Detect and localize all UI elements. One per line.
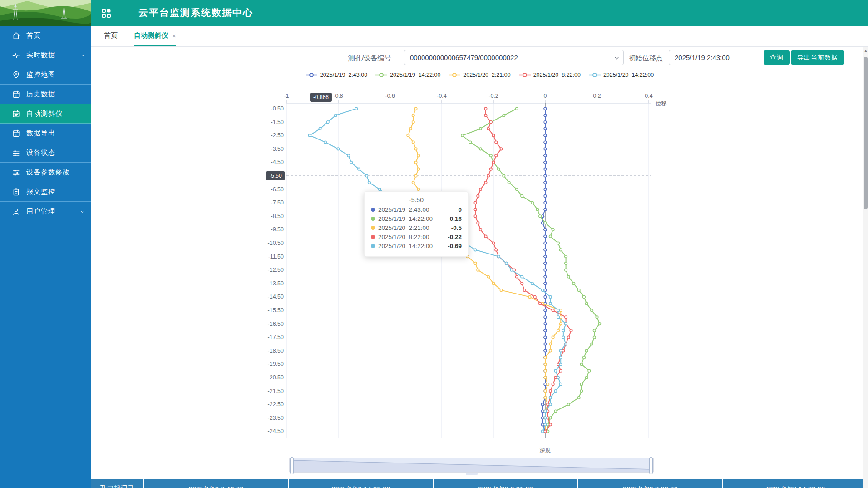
app-header: 云平台监测系统数据中心: [0, 0, 868, 26]
tooltip-series-value: -0.5: [451, 224, 462, 231]
tooltip-series-name: 2025/1/20_2:21:00: [378, 224, 429, 231]
sidebar-logo-image: [0, 0, 91, 26]
calendar-icon: [12, 129, 20, 138]
sidebar-item-label: 用户管理: [26, 207, 55, 216]
svg-text:0: 0: [544, 93, 547, 99]
series-dot-icon: [371, 208, 375, 212]
sidebar-item-message-monitor[interactable]: 报文监控: [0, 182, 91, 202]
svg-text:深度: 深度: [540, 447, 551, 453]
datazoom-data-shadow: [290, 458, 653, 472]
tooltip-series-name: 2025/1/20_14:22:00: [378, 243, 433, 249]
sidebar-item-label: 报文监控: [26, 188, 55, 196]
svg-text:-10.50: -10.50: [268, 240, 284, 246]
sidebar-item-monitor-map[interactable]: 监控地图: [0, 65, 91, 85]
svg-text:-0.50: -0.50: [271, 105, 284, 112]
chevron-down-icon: [80, 53, 85, 58]
sidebar-item-label: 设备参数修改: [26, 168, 70, 177]
map-pin-icon: [12, 70, 20, 79]
tooltip-series-name: 2025/1/19_14:22:00: [378, 215, 433, 222]
sidebar-item-realtime-data[interactable]: 实时数据: [0, 45, 91, 65]
svg-text:-22.50: -22.50: [268, 401, 284, 408]
inclinometer-chart[interactable]: -1-0.8-0.6-0.4-0.200.20.4位移-0.50-1.50-2.…: [91, 26, 868, 458]
svg-text:-4.50: -4.50: [271, 159, 284, 165]
tooltip-row: 2025/1/19_14:22:00-0.16: [371, 215, 462, 222]
tooltip-series-value: -0.16: [448, 215, 462, 222]
tooltip-row: 2025/1/20_14:22:00-0.69: [371, 243, 462, 249]
svg-text:-11.50: -11.50: [268, 254, 284, 260]
sidebar-item-device-status[interactable]: 设备状态: [0, 143, 91, 163]
datazoom-left-handle[interactable]: [290, 457, 294, 474]
table-header-datetime: 2025/1/20 14:22:00: [723, 479, 868, 488]
svg-text:-6.50: -6.50: [271, 186, 284, 193]
svg-text:-14.50: -14.50: [268, 294, 284, 300]
sidebar-item-auto-inclinometer[interactable]: 自动测斜仪: [0, 104, 91, 124]
svg-text:-18.50: -18.50: [268, 348, 284, 354]
tooltip-series-value: -0.22: [448, 234, 462, 240]
sidebar-item-label: 自动测斜仪: [26, 110, 63, 118]
svg-text:-0.8: -0.8: [333, 93, 343, 99]
svg-text:-1: -1: [284, 93, 289, 99]
chevron-down-icon: [80, 209, 85, 214]
tooltip-series-value: -0.69: [448, 243, 462, 249]
sliders-icon: [12, 149, 20, 157]
svg-text:-3.50: -3.50: [271, 146, 284, 152]
sidebar-item-device-params[interactable]: 设备参数修改: [0, 163, 91, 182]
datazoom-grip[interactable]: [466, 473, 478, 475]
app-window: 云平台监测系统数据中心 首页实时数据监控地图历史数据自动测斜仪数据导出设备状态设…: [0, 0, 868, 488]
svg-text:-13.50: -13.50: [268, 280, 284, 287]
svg-text:0.2: 0.2: [593, 93, 601, 99]
svg-text:-0.6: -0.6: [385, 93, 395, 99]
axis-pointer-y-label: -5.50: [266, 171, 285, 180]
home-icon: [12, 31, 20, 40]
user-icon: [12, 207, 20, 216]
tooltip-series-name: 2025/1/20_8:22:00: [378, 234, 429, 240]
table-header-datetime: 2025/1/20 8:22:00: [578, 479, 723, 488]
tooltip-row: 2025/1/19_2:43:000: [371, 206, 462, 213]
svg-text:-16.50: -16.50: [268, 321, 284, 327]
svg-text:-2.50: -2.50: [271, 132, 284, 139]
activity-icon: [12, 51, 20, 60]
svg-text:-9.50: -9.50: [271, 226, 284, 233]
table-header-datetime: 2025/1/19 14:22:00: [289, 479, 434, 488]
scrollbar-thumb[interactable]: [864, 57, 868, 209]
sidebar-item-label: 数据导出: [26, 129, 55, 138]
scrollbar[interactable]: ▲: [863, 47, 868, 488]
chart-tooltip: -5.50 2025/1/19_2:43:0002025/1/19_14:22:…: [364, 191, 469, 257]
svg-text:-12.50: -12.50: [268, 267, 284, 273]
sidebar-item-label: 首页: [26, 31, 41, 40]
sidebar-item-label: 实时数据: [26, 51, 55, 60]
svg-text:0.4: 0.4: [645, 93, 652, 99]
table-header-record: 孔口起记录: [91, 479, 144, 488]
svg-text:-21.50: -21.50: [268, 388, 284, 394]
sidebar-item-label: 监控地图: [26, 70, 55, 79]
tooltip-row: 2025/1/20_8:22:00-0.22: [371, 234, 462, 240]
svg-text:-19.50: -19.50: [268, 361, 284, 367]
axis-pointer-x-label: -0.866: [310, 93, 332, 102]
svg-text:-8.50: -8.50: [271, 213, 284, 219]
svg-text:-20.50: -20.50: [268, 374, 284, 381]
tooltip-series-name: 2025/1/19_2:43:00: [378, 206, 429, 213]
svg-text:-7.50: -7.50: [271, 199, 284, 206]
svg-text:-17.50: -17.50: [268, 334, 284, 340]
tooltip-row: 2025/1/20_2:21:00-0.5: [371, 224, 462, 231]
datazoom-right-handle[interactable]: [649, 457, 653, 474]
sidebar-item-home[interactable]: 首页: [0, 26, 91, 45]
series-dot-icon: [371, 244, 375, 248]
sidebar-item-user-management[interactable]: 用户管理: [0, 202, 91, 221]
scroll-up-icon[interactable]: ▲: [863, 49, 868, 53]
sidebar-item-label: 历史数据: [26, 90, 55, 99]
app-menu-icon[interactable]: [101, 8, 112, 19]
series-dot-icon: [371, 217, 375, 221]
table-header-datetime: 2025/1/20 2:21:00: [434, 479, 579, 488]
sidebar-item-data-export[interactable]: 数据导出: [0, 124, 91, 143]
svg-text:-15.50: -15.50: [268, 307, 284, 314]
sidebar-item-history-data[interactable]: 历史数据: [0, 85, 91, 104]
table-header-datetime: 2025/1/19 2:43:00: [144, 479, 289, 488]
app-title: 云平台监测系统数据中心: [138, 6, 253, 19]
datazoom-slider[interactable]: [289, 458, 654, 473]
svg-text:-23.50: -23.50: [268, 415, 284, 421]
svg-text:-0.2: -0.2: [488, 93, 498, 99]
svg-text:位移: 位移: [656, 100, 667, 107]
sidebar: 首页实时数据监控地图历史数据自动测斜仪数据导出设备状态设备参数修改报文监控用户管…: [0, 26, 91, 488]
tooltip-series-value: 0: [458, 206, 462, 213]
